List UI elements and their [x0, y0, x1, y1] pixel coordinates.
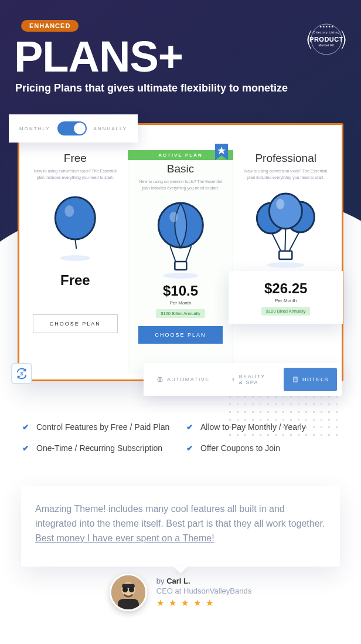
avatar	[110, 574, 147, 611]
plan-desc: New to using conversion tools? The Essen…	[239, 168, 332, 181]
feature-item: ✔Offer Coupons to Join	[186, 443, 345, 453]
svg-point-13	[267, 262, 305, 268]
bookmark-icon	[215, 144, 228, 164]
plan-free: Free New to using conversion tools? The …	[23, 152, 128, 374]
spa-icon	[231, 376, 236, 383]
plan-professional: Professional New to using conversion too…	[233, 152, 338, 374]
hero-title: PLANS+	[14, 35, 346, 79]
svg-point-2	[64, 205, 74, 217]
tab-label: AUTOMATIVE	[167, 377, 210, 382]
feature-label: Control Features by Free / Paid Plan	[36, 422, 169, 432]
testimonial-author: by Carl L. CEO at HudsonValleyBands ★ ★ …	[0, 574, 361, 611]
testimonial-highlight: Best money I have ever spent on a Theme!	[35, 533, 214, 543]
plan-price: Free	[29, 272, 122, 289]
tab-hotels[interactable]: HOTELS	[284, 368, 337, 391]
check-icon: ✔	[186, 422, 193, 432]
svg-point-1	[55, 197, 95, 239]
seal-mid: PRODUCT	[304, 36, 349, 43]
plan-price: $26.25	[233, 280, 338, 297]
author-name: by Carl L.	[156, 577, 251, 585]
plan-per: Per Month	[134, 300, 227, 306]
plan-billed: $120 Billed Annually	[156, 309, 205, 318]
svg-point-14	[158, 377, 162, 382]
building-icon	[292, 376, 299, 383]
svg-point-15	[159, 379, 161, 381]
plan-basic: ACTIVE PLAN Basic New to using conversio…	[128, 152, 234, 374]
svg-rect-12	[280, 251, 292, 259]
testimonial-card: Amazing Theme! includes many cool featur…	[21, 486, 340, 567]
check-icon: ✔	[186, 443, 193, 453]
plan-name: Basic	[134, 162, 227, 175]
refresh-button[interactable]: $	[11, 363, 32, 384]
svg-point-11	[277, 199, 285, 209]
svg-point-7	[163, 273, 198, 279]
choose-plan-button[interactable]: CHOOSE PLAN	[138, 326, 222, 344]
category-tabs: AUTOMATIVE BEAUTY & SPA HOTELS	[144, 363, 342, 396]
toggle-annually-label: ANNUALLY	[94, 126, 128, 131]
billing-toggle-card: MONTHLY ANNUALLY	[9, 114, 138, 143]
seal-stars: ★★★★★	[304, 25, 349, 28]
tab-label: BEAUTY & SPA	[239, 374, 271, 385]
feature-item: ✔Allow to Pay Monthly / Yearly	[186, 422, 345, 432]
billing-toggle[interactable]	[57, 121, 87, 135]
plan-per: Per Month	[233, 298, 338, 303]
hot-air-balloon-icon	[134, 194, 227, 282]
feature-item: ✔One-Time / Recurring Subscription	[22, 443, 180, 453]
seal-top: Directory Listing	[304, 30, 349, 34]
svg-point-21	[122, 587, 128, 592]
feature-label: Allow to Pay Monthly / Yearly	[200, 422, 306, 432]
pricing-showcase: MONTHLY ANNUALLY Free New to using conve…	[18, 123, 343, 381]
plan-price: $10.5	[134, 283, 227, 299]
balloon-icon	[29, 183, 122, 271]
rating-stars: ★ ★ ★ ★ ★	[156, 598, 251, 608]
plan-desc: New to using conversion tools? The Essen…	[134, 179, 227, 191]
tab-beauty[interactable]: BEAUTY & SPA	[223, 368, 279, 391]
refresh-icon: $	[15, 367, 28, 380]
seal-bot: Market Fit	[304, 43, 349, 47]
plan-name: Free	[29, 152, 122, 165]
feature-label: One-Time / Recurring Subscription	[36, 443, 162, 453]
svg-rect-16	[294, 377, 297, 382]
check-icon: ✔	[22, 422, 29, 432]
svg-point-3	[60, 255, 90, 261]
tab-label: HOTELS	[302, 377, 329, 382]
plan-name: Professional	[239, 152, 332, 165]
feature-item: ✔Control Features by Free / Paid Plan	[22, 422, 180, 432]
hero-subtitle: Pricing Plans that gives ultimate flexib…	[15, 82, 346, 94]
testimonial-text: Amazing Theme! includes many cool featur…	[35, 502, 326, 545]
plan-desc: New to using conversion tools? The Essen…	[29, 168, 122, 181]
plan-billed: $120 Billed Annually	[261, 307, 311, 316]
check-icon: ✔	[22, 443, 29, 453]
balloons-icon	[239, 183, 332, 271]
feature-label: Offer Coupons to Join	[200, 443, 280, 453]
svg-point-5	[169, 212, 178, 222]
svg-point-10	[270, 194, 302, 229]
svg-rect-6	[175, 262, 186, 270]
author-role: CEO at HudsonValleyBands	[156, 587, 251, 595]
svg-rect-23	[118, 599, 139, 611]
features-list: ✔Control Features by Free / Paid Plan ✔A…	[22, 422, 345, 453]
svg-point-22	[129, 587, 134, 592]
badge-enhanced: ENHANCED	[21, 20, 79, 32]
product-seal: ★★★★★ Directory Listing PRODUCT Market F…	[304, 16, 349, 62]
tab-automative[interactable]: AUTOMATIVE	[148, 368, 218, 391]
speech-arrow-icon	[173, 567, 188, 574]
toggle-monthly-label: MONTHLY	[19, 126, 50, 131]
choose-plan-button[interactable]: CHOOSE PLAN	[33, 314, 118, 333]
gear-icon	[156, 376, 164, 383]
svg-text:$: $	[21, 371, 23, 377]
author-meta: by Carl L. CEO at HudsonValleyBands ★ ★ …	[156, 577, 251, 608]
testimonial-body: Amazing Theme! includes many cool featur…	[35, 504, 325, 528]
